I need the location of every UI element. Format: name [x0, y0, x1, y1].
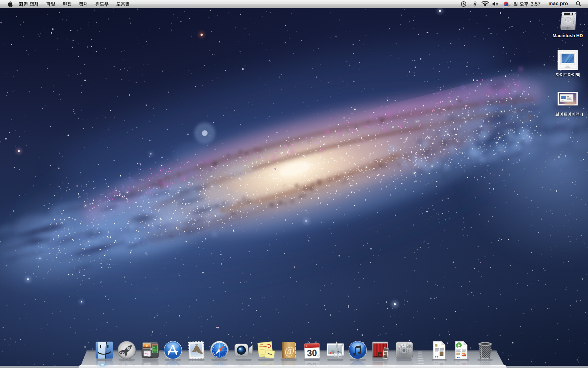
svg-text:2: 2: [508, 5, 510, 7]
svg-text:30: 30: [307, 361, 317, 368]
svg-text:@: @: [285, 345, 295, 357]
svg-text:30: 30: [307, 347, 317, 358]
svg-text:@: @: [285, 362, 295, 368]
